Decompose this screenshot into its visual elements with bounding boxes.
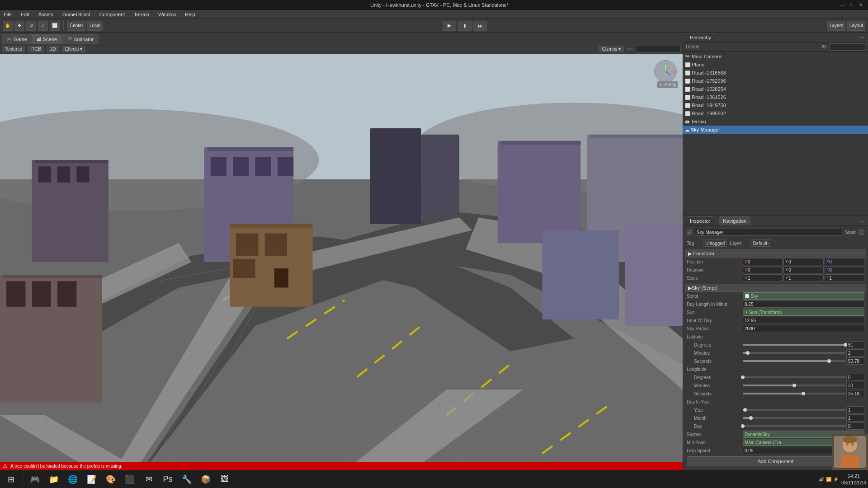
hier-sky-manager[interactable]: ☁ Sky Manager: [683, 126, 868, 134]
taskbar-terminal[interactable]: ⬛: [121, 471, 139, 488]
scale-y-field[interactable]: Y1: [783, 274, 823, 282]
pause-button[interactable]: ⏸: [458, 21, 472, 31]
menu-file[interactable]: File: [2, 11, 14, 18]
tag-dropdown[interactable]: Untagged: [703, 239, 727, 247]
object-name-field[interactable]: Sky Manager: [695, 229, 842, 236]
hierarchy-tab[interactable]: Hierarchy: [686, 33, 715, 42]
taskbar-photoshop[interactable]: Ps: [159, 471, 177, 488]
tab-game[interactable]: 🎮 Game: [2, 34, 32, 44]
hier-terrain[interactable]: 🏔 Terrain: [683, 117, 868, 126]
lat-degrees-slider[interactable]: 51: [743, 341, 864, 348]
scale-x-field[interactable]: X1: [743, 274, 783, 282]
lat-degrees-field[interactable]: 51: [846, 341, 864, 348]
hier-road-2[interactable]: ⬜ Road -1752996: [683, 77, 868, 85]
hand-tool-button[interactable]: ✋: [3, 21, 13, 31]
layout-dropdown[interactable]: Layout: [847, 21, 865, 31]
taskbar-file-explorer[interactable]: 📁: [45, 471, 63, 488]
effects-button[interactable]: Effects ▾: [62, 46, 85, 52]
maximize-button[interactable]: □: [848, 1, 855, 9]
lon-minutes-slider[interactable]: 30: [743, 382, 864, 389]
rot-x-field[interactable]: X0: [743, 266, 783, 273]
sky-script-title[interactable]: ▶ Sky (Script): [685, 284, 866, 292]
lon-degrees-field[interactable]: 0: [846, 374, 864, 381]
tab-animator[interactable]: 🎬 Animator: [62, 34, 99, 44]
layer-dropdown[interactable]: Default ▾: [750, 239, 771, 247]
start-button[interactable]: ⊞: [2, 471, 20, 488]
play-button[interactable]: ▶: [443, 21, 456, 31]
lat-minutes-field[interactable]: 2: [846, 349, 864, 357]
menu-assets[interactable]: Assets: [37, 11, 55, 18]
rect-tool-button[interactable]: ⬜: [50, 21, 60, 31]
day-length-field[interactable]: 0.25: [743, 300, 864, 308]
hier-road-1[interactable]: ⬜ Road -1616868: [683, 69, 868, 77]
taskbar-email[interactable]: ✉: [140, 471, 158, 488]
scale-tool-button[interactable]: ⤢: [38, 21, 48, 31]
rot-z-field[interactable]: Z0: [825, 266, 864, 273]
pos-z-field[interactable]: Z0: [825, 258, 864, 265]
lon-seconds-slider[interactable]: 35.18: [743, 390, 864, 397]
menu-gameobject[interactable]: GameObject: [61, 11, 92, 18]
taskbar-paint[interactable]: 🎨: [102, 471, 120, 488]
rot-y-field[interactable]: Y0: [783, 266, 823, 273]
taskbar-misc3[interactable]: 🖼: [216, 471, 234, 488]
close-button[interactable]: ✕: [857, 1, 864, 9]
step-button[interactable]: ⏭: [473, 21, 487, 31]
minimize-button[interactable]: —: [839, 1, 846, 9]
hier-road-3[interactable]: ⬜ Road -1028254: [683, 85, 868, 93]
gizmos-button[interactable]: Gizmos ▾: [599, 46, 624, 52]
rgb-button[interactable]: RGB: [28, 46, 44, 52]
pos-x-field[interactable]: X0: [743, 258, 783, 265]
move-tool-button[interactable]: ✚: [14, 21, 24, 31]
script-ref[interactable]: 📄 Sky: [743, 292, 864, 300]
day-slider[interactable]: 0: [743, 422, 864, 430]
lat-minutes-slider[interactable]: 2: [743, 349, 864, 357]
navigation-tab[interactable]: Navigation: [719, 216, 750, 225]
lon-degrees-slider[interactable]: 0: [743, 374, 864, 381]
search-all[interactable]: [627, 48, 633, 50]
lon-minutes-field[interactable]: 30: [846, 382, 864, 389]
taskbar-misc1[interactable]: 🔧: [178, 471, 196, 488]
menu-component[interactable]: Component: [97, 11, 127, 18]
scene-gizmo[interactable]: Y X: [652, 58, 679, 85]
transform-title[interactable]: ▶ Transform: [685, 249, 866, 258]
center-button[interactable]: Center: [67, 21, 85, 31]
2d-button[interactable]: 2D: [47, 46, 59, 52]
object-active-checkbox[interactable]: ✓: [687, 230, 692, 235]
hier-road-5[interactable]: ⬜ Road -1949750: [683, 101, 868, 109]
taskbar-vs[interactable]: 📝: [83, 471, 101, 488]
taskbar-unity[interactable]: 🎮: [26, 471, 44, 488]
year-field[interactable]: 1: [846, 406, 864, 413]
hier-plane[interactable]: ⬜ Plane: [683, 61, 868, 69]
sun-ref[interactable]: ☀ Sun (Transform): [743, 309, 864, 316]
scene-canvas[interactable]: <- Persp Y X ⚠ A: [0, 54, 683, 470]
scale-z-field[interactable]: Z1: [825, 274, 864, 282]
hier-road-4[interactable]: ⬜ Road -1861526: [683, 93, 868, 101]
day-field[interactable]: 0: [846, 422, 864, 430]
taskbar-browser[interactable]: 🌐: [64, 471, 82, 488]
hierarchy-search-input[interactable]: [829, 43, 865, 51]
taskbar-misc2[interactable]: 📦: [197, 471, 215, 488]
static-checkbox[interactable]: [859, 230, 864, 235]
lat-seconds-slider[interactable]: 50.78: [743, 357, 864, 365]
lat-seconds-field[interactable]: 50.78: [846, 357, 864, 365]
local-button[interactable]: Local: [87, 21, 103, 31]
menu-window[interactable]: Window: [156, 11, 178, 18]
inspector-collapse-button[interactable]: —: [858, 217, 865, 225]
textured-button[interactable]: Textured: [2, 46, 25, 52]
hour-of-day-field[interactable]: 12.96: [743, 317, 864, 324]
rotate-tool-button[interactable]: ↺: [26, 21, 36, 31]
sky-radius-field[interactable]: 2000: [743, 325, 864, 332]
hierarchy-collapse-button[interactable]: —: [858, 34, 865, 41]
menu-edit[interactable]: Edit: [19, 11, 31, 18]
menu-terrain[interactable]: Terrain: [132, 11, 151, 18]
tab-scene[interactable]: 🏙 Scene: [32, 34, 62, 44]
month-field[interactable]: 1: [846, 414, 864, 422]
lon-seconds-field[interactable]: 35.18: [846, 390, 864, 397]
layers-dropdown[interactable]: Layers: [827, 21, 845, 31]
hierarchy-create-button[interactable]: Create: [686, 44, 699, 49]
hier-main-camera[interactable]: 📷 Main Camera: [683, 52, 868, 61]
inspector-tab[interactable]: Inspector: [686, 216, 714, 225]
year-slider[interactable]: 1: [743, 406, 864, 413]
menu-help[interactable]: Help: [183, 11, 197, 18]
pos-y-field[interactable]: Y0: [783, 258, 823, 265]
